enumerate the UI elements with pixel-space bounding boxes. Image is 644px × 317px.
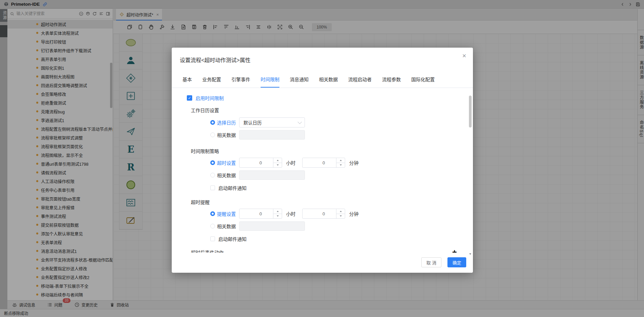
radio-unselected-icon[interactable] <box>210 133 215 137</box>
dialog-scrollbar-thumb[interactable] <box>469 96 472 127</box>
limit-section-title: 时间限制策略 <box>191 148 461 154</box>
stepper[interactable] <box>273 209 282 218</box>
enable-time-limit-row[interactable]: ✓ 启用时间限制 <box>187 95 461 101</box>
dialog-close-icon[interactable]: × <box>462 52 466 59</box>
remind-related-data-row: 相关数据 <box>210 221 461 231</box>
limit-mail-notify-row[interactable]: 启动邮件通知 <box>210 184 461 191</box>
limit-related-data-label: 相关数据 <box>217 172 236 178</box>
hours-unit-label: 小时 <box>286 159 296 166</box>
minutes-unit-label: 分钟 <box>349 210 359 217</box>
ok-button[interactable]: 确定 <box>447 257 466 267</box>
dialog-tab[interactable]: 流程启动者 <box>348 76 372 88</box>
hours-unit-label: 小时 <box>286 210 296 217</box>
dialog-tab[interactable]: 流程参数 <box>382 76 401 88</box>
remind-mail-notify-row[interactable]: 启动邮件通知 <box>210 235 461 242</box>
stepper[interactable] <box>273 158 282 167</box>
remind-section-title: 超时提醒 <box>191 199 461 205</box>
radio-unselected-icon[interactable] <box>210 173 215 177</box>
select-calendar-label: 选择日历 <box>217 119 236 126</box>
dialog-tab[interactable]: 相关数据 <box>319 76 338 88</box>
remind-related-data-input[interactable] <box>239 221 305 231</box>
checkbox-unchecked-icon[interactable] <box>210 186 215 190</box>
process-properties-dialog: 设置流程<超时动作测试>属性 × 基本 业务配置 引擎事件 时间限制 消息通知 … <box>172 48 473 273</box>
dialog-tab[interactable]: 国际化配置 <box>411 76 435 88</box>
enable-time-limit-label: 启用时间限制 <box>196 95 224 101</box>
dialog-body: ✓ 启用时间限制 工作日历设置 选择日历 默认日历 相关数据 时间限制策略 <box>172 88 473 253</box>
select-calendar-row: 选择日历 默认日历 <box>210 117 461 127</box>
limit-mail-notify-label: 启动邮件通知 <box>218 184 247 191</box>
remind-setting-label: 提醒设置 <box>217 210 236 217</box>
timeout-actions-header: 超时后事件动作 + <box>191 249 457 253</box>
radio-selected-icon[interactable] <box>210 160 215 165</box>
dialog-tab[interactable]: 消息通知 <box>290 76 309 88</box>
calendar-select-value: 默认日历 <box>244 119 262 126</box>
dialog-tab[interactable]: 时间限制 <box>261 76 279 88</box>
checkbox-checked-icon[interactable]: ✓ <box>187 95 192 101</box>
remind-minutes-value: 0 <box>322 211 325 216</box>
remind-hours-input[interactable]: 0 <box>239 209 282 219</box>
timeout-hours-value: 0 <box>259 160 262 165</box>
stepper[interactable] <box>336 158 345 167</box>
calendar-related-data-input[interactable] <box>239 130 305 140</box>
remind-related-data-label: 相关数据 <box>217 223 236 229</box>
dialog-footer: 取 消 确定 <box>421 257 466 267</box>
calendar-related-data-row: 相关数据 <box>210 130 461 140</box>
dialog-tab[interactable]: 引擎事件 <box>231 76 250 88</box>
add-action-button[interactable]: + <box>452 249 457 253</box>
calendar-select[interactable]: 默认日历 <box>239 117 305 127</box>
minutes-unit-label: 分钟 <box>349 159 359 166</box>
radio-unselected-icon[interactable] <box>210 224 215 228</box>
radio-selected-icon[interactable] <box>210 211 215 216</box>
remind-mail-notify-label: 启动邮件通知 <box>218 235 247 242</box>
stepper[interactable] <box>336 209 345 218</box>
remind-minutes-input[interactable]: 0 <box>302 209 345 219</box>
calendar-related-data-label: 相关数据 <box>217 131 236 138</box>
cancel-button[interactable]: 取 消 <box>421 257 441 267</box>
timeout-hours-input[interactable]: 0 <box>239 158 282 168</box>
radio-selected-icon[interactable] <box>210 120 215 125</box>
timeout-minutes-value: 0 <box>322 160 325 165</box>
dialog-tab[interactable]: 基本 <box>182 76 192 88</box>
timeout-setting-row: 超时设置 0 小时 0 分钟 <box>210 158 461 168</box>
calendar-section-title: 工作日历设置 <box>191 107 461 113</box>
remind-hours-value: 0 <box>259 211 262 216</box>
scroll-down-arrow-icon[interactable] <box>469 253 471 255</box>
timeout-setting-label: 超时设置 <box>217 159 236 166</box>
checkbox-unchecked-icon[interactable] <box>210 236 215 241</box>
limit-related-data-input[interactable] <box>239 170 305 180</box>
timeout-minutes-input[interactable]: 0 <box>302 158 345 168</box>
remind-setting-row: 提醒设置 0 小时 0 分钟 <box>210 209 461 219</box>
dialog-tab[interactable]: 业务配置 <box>202 76 221 88</box>
dialog-scrollbar[interactable] <box>469 96 472 252</box>
chevron-down-icon <box>298 120 302 124</box>
app-root: Primeton-IDE 资源 AI <box>0 0 644 317</box>
limit-related-data-row: 相关数据 <box>210 170 461 180</box>
timeout-actions-title: 超时后事件动作 <box>191 249 224 253</box>
dialog-tabs: 基本 业务配置 引擎事件 时间限制 消息通知 相关数据 流程启动者 流程参数 国… <box>182 48 462 88</box>
